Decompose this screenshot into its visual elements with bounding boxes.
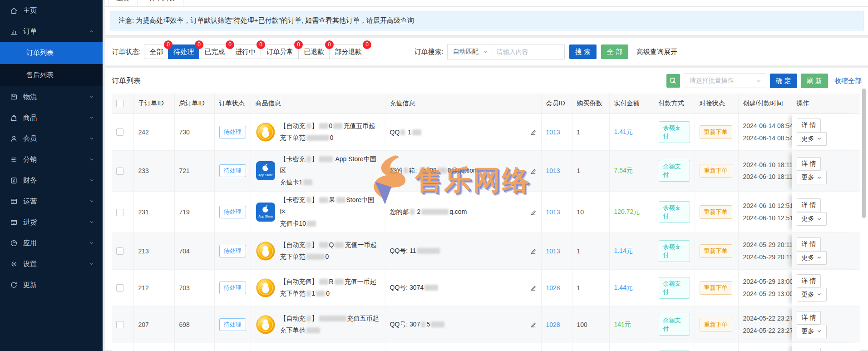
top-tab-主页[interactable]: 主页 — [108, 0, 138, 6]
member-id: 1013 — [541, 150, 572, 192]
edit-pencil-icon[interactable] — [530, 168, 537, 174]
advanced-query-toggle[interactable]: 高级查询展开 — [636, 48, 677, 56]
top-tab-订单列表[interactable]: 订单列表 — [141, 0, 183, 6]
more-button[interactable]: 更多 — [797, 212, 827, 226]
detail-button[interactable]: 详 情 — [797, 157, 821, 171]
created-paid-time: 2024-05-22 23:272024-05-22 23:27 — [738, 306, 792, 343]
sub-order-id: 233 — [133, 150, 174, 192]
card-toolbar: 请选择批量操作 确 定 刷 新 收缩全部 — [666, 74, 862, 88]
edit-pencil-icon[interactable] — [530, 209, 537, 216]
update-icon — [10, 281, 18, 289]
detail-button[interactable]: 详 情 — [797, 198, 821, 212]
edit-pencil-icon[interactable] — [530, 129, 537, 135]
created-paid-time: 2024-05-22 23:062024-05-22 23:06 — [738, 343, 792, 351]
member-id: 1013 — [541, 114, 572, 150]
reorder-tag[interactable]: 重新下单 — [700, 281, 732, 295]
more-button[interactable]: 更多 — [797, 288, 827, 302]
sidebar-item-设置[interactable]: 设置 — [0, 253, 103, 274]
collapse-all-link[interactable]: 收缩全部 — [834, 77, 862, 85]
sidebar-item-运营[interactable]: 运营 — [0, 191, 103, 212]
order-id: 719 — [174, 192, 214, 233]
paid-amount: 1.44元 — [609, 269, 654, 306]
edit-pencil-icon[interactable] — [530, 284, 537, 291]
sidebar-item-分销[interactable]: 分销 — [0, 149, 103, 170]
table-row: 231 719 待处理 App Store 【卡密充】果Store中国区充值卡1… — [112, 192, 860, 233]
goods-icon — [10, 114, 18, 122]
detail-button[interactable]: 详 情 — [797, 119, 821, 132]
status-filter-已退款[interactable]: 已退款0 — [298, 44, 330, 59]
paid-amount: 1.42元 — [609, 343, 654, 351]
confirm-button[interactable]: 确 定 — [770, 74, 797, 88]
member-id: 1013 — [541, 232, 572, 269]
more-button[interactable]: 更多 — [797, 325, 827, 338]
sidebar-item-财务[interactable]: 财务 — [0, 170, 103, 191]
more-button[interactable]: 更多 — [797, 251, 827, 265]
sidebar-item-会员[interactable]: 会员 — [0, 128, 103, 149]
status-filter-待处理[interactable]: 待处理0 — [168, 44, 199, 59]
vertical-scrollbar[interactable] — [862, 89, 866, 218]
search-button[interactable]: 搜 索 — [569, 44, 597, 59]
status-filter-已完成[interactable]: 已完成0 — [199, 44, 230, 59]
search-all-button[interactable]: 全 部 — [601, 44, 628, 59]
reorder-tag[interactable]: 重新下单 — [700, 244, 732, 258]
sidebar-item-更新[interactable]: 更新 — [0, 274, 103, 295]
row-checkbox[interactable] — [116, 129, 123, 136]
sidebar-item-物流[interactable]: 物流 — [0, 86, 103, 107]
reorder-tag[interactable]: 重新下单 — [700, 164, 732, 178]
match-mode-select[interactable]: 自动匹配 — [447, 44, 492, 59]
batch-select-icon-button[interactable] — [666, 74, 680, 88]
sidebar-subitem-订单列表[interactable]: 订单列表 — [0, 42, 103, 64]
detail-button[interactable]: 详 情 — [797, 311, 821, 325]
card-title: 订单列表 — [112, 76, 141, 86]
column-header: 会员ID — [541, 94, 572, 114]
distribution-icon — [10, 156, 18, 163]
sidebar-item-商品[interactable]: 商品 — [0, 107, 103, 128]
status-filter-全部[interactable]: 全部0 — [144, 44, 168, 59]
payment-method-tag: 余额支付 — [659, 121, 690, 143]
edit-pencil-icon[interactable] — [530, 247, 537, 254]
table-row: 212 703 待处理 【自动充值】R充值一币起充下单范10 QQ号: 3074… — [112, 269, 860, 306]
chevron-down-icon[interactable] — [837, 0, 844, 1]
status-filter-订单异常[interactable]: 订单异常0 — [261, 44, 299, 59]
row-checkbox[interactable] — [116, 321, 123, 328]
chevron-down-icon — [817, 255, 822, 260]
sidebar-item-应用[interactable]: 应用 — [0, 232, 103, 253]
more-button[interactable]: 更多 — [797, 132, 827, 146]
refresh-button[interactable]: 刷 新 — [801, 74, 828, 88]
reorder-tag[interactable]: 重新下单 — [700, 205, 732, 219]
row-checkbox[interactable] — [116, 168, 123, 175]
column-header: 实付金额 — [609, 94, 654, 114]
detail-button[interactable]: 详 情 — [797, 274, 821, 288]
content-area: 主页订单列表 注意: 为提高处理效率，订单默认筛选"待处理+已付款"的订单, 如… — [105, 0, 868, 351]
reorder-tag[interactable]: 重新下单 — [700, 318, 732, 331]
row-checkbox[interactable] — [116, 209, 123, 216]
sidebar-item-主页[interactable]: 主页 — [0, 0, 103, 21]
status-filter-进行中[interactable]: 进行中0 — [230, 44, 261, 59]
reorder-tag[interactable]: 重新下单 — [700, 125, 732, 139]
sidebar-item-订单[interactable]: 订单 — [0, 21, 103, 42]
row-checkbox[interactable] — [116, 284, 123, 292]
box-select-icon — [670, 77, 677, 84]
sidebar-item-进货[interactable]: 进货 — [0, 212, 103, 232]
order-id: 694 — [174, 343, 214, 351]
product-info: 【自动充】0充值五币起充下单范0 — [256, 120, 380, 144]
batch-operation-select[interactable]: 请选择批量操作 — [684, 74, 766, 88]
status-filter-部分退款[interactable]: 部分退款0 — [329, 44, 367, 59]
refresh-page-icon[interactable] — [818, 0, 825, 1]
row-checkbox[interactable] — [116, 247, 123, 255]
created-paid-time: 2024-06-10 18:112024-06-10 18:11 — [738, 150, 792, 192]
created-paid-time: 2024-05-29 13:002024-05-29 13:00 — [738, 269, 792, 306]
select-all-checkbox[interactable] — [116, 100, 123, 107]
sidebar: 主页 订单订单列表售后列表 物流 商品 会员 分销 财务 运营 进货 应用 设置… — [0, 0, 103, 351]
sub-order-id: 231 — [133, 192, 174, 233]
fullscreen-icon[interactable] — [856, 0, 863, 1]
created-paid-time: 2024-06-14 08:542024-06-14 08:54 — [738, 114, 792, 150]
more-button[interactable]: 更多 — [797, 171, 827, 184]
notice-section: 注意: 为提高处理效率，订单默认筛选"待处理+已付款"的订单, 如需查看其他订单… — [105, 7, 868, 35]
edit-pencil-icon[interactable] — [530, 321, 537, 328]
detail-button[interactable]: 详 情 — [797, 237, 821, 251]
detail-button[interactable]: 详 情 — [797, 348, 821, 351]
search-input[interactable] — [492, 44, 565, 59]
chevron-down-icon — [817, 329, 822, 334]
sidebar-subitem-售后列表[interactable]: 售后列表 — [0, 64, 103, 86]
